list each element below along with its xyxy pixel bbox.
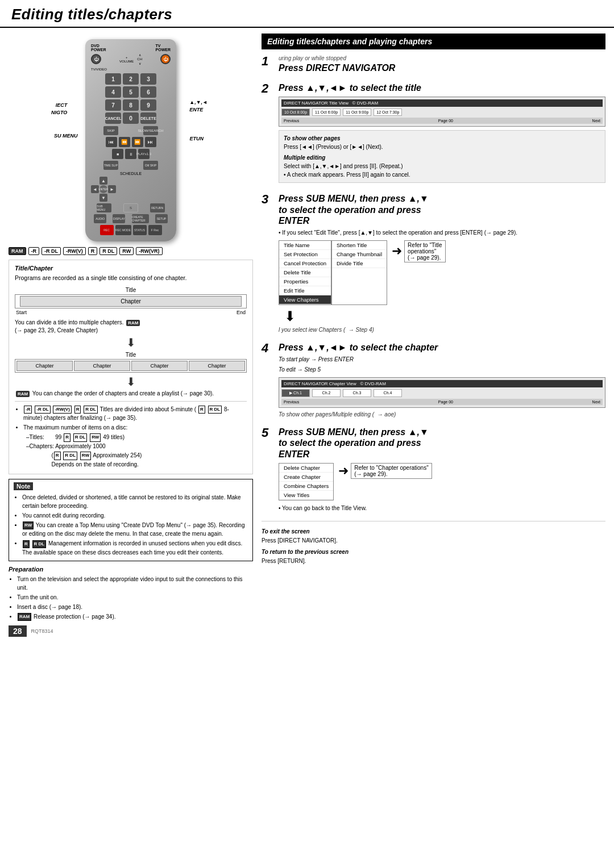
vol-ch-controls: + VOLUME ∧ CH ∨: [119, 53, 142, 65]
num-8-button[interactable]: 8: [123, 99, 139, 111]
bottom-func-row: AUDIO DISPLAY CREATE CHAPTER SETUP: [91, 214, 171, 223]
step-3-menus: Title Name Set Protection Cancel Protect…: [279, 240, 387, 305]
recmode-button[interactable]: REC MODE: [115, 225, 131, 235]
num-1-button[interactable]: 1: [105, 73, 121, 85]
vol-minus-label: VOLUME: [119, 60, 134, 63]
enter-button[interactable]: ENTER: [99, 185, 107, 193]
menu-delete-title[interactable]: Delete Title: [279, 268, 331, 277]
end-label: End: [237, 310, 246, 315]
delete-button[interactable]: DELETE: [140, 112, 156, 124]
menu-cancel-protection[interactable]: Cancel Protection: [279, 259, 331, 268]
menu-set-protection[interactable]: Set Protection: [279, 250, 331, 259]
multiple-editing-note: • A check mark appears. Press [II] again…: [284, 170, 600, 179]
refer-arrow-5: ➜: [338, 464, 349, 478]
remote-power-row: ⏻ + VOLUME ∧ CH ∨ ⏻: [91, 53, 171, 65]
display-button[interactable]: DISPLAY: [113, 214, 125, 223]
step-1: 1 uring play or while stopped Press DIRE…: [262, 55, 605, 76]
note-header: Note: [14, 482, 33, 490]
menu-title-name[interactable]: Title Name: [279, 241, 331, 250]
num-6-button[interactable]: 6: [140, 86, 156, 98]
skip-button[interactable]: SKIP: [103, 126, 118, 135]
fast-forward-button[interactable]: ⏩: [132, 137, 143, 147]
title-bar-multiple: Chapter Chapter Chapter Chapter: [15, 359, 247, 373]
prev-button[interactable]: ⏮: [106, 137, 117, 147]
refer-text-3: Refer to "Titleoperations"(→ page 29).: [404, 240, 445, 262]
rewind-button[interactable]: ⏪: [119, 137, 130, 147]
up-button[interactable]: ▲: [99, 177, 107, 185]
menu-properties[interactable]: Properties: [279, 277, 331, 286]
chapter-bar-single: Chapter: [20, 296, 242, 307]
main-layout: IECT NIGTO SU MENU ▲,▼,◄ENTE ETUN DVDPOW…: [0, 28, 614, 642]
note-box: Note Once deleted, divided or shortened,…: [9, 479, 253, 561]
menu-edit-title[interactable]: Edit Title: [279, 286, 331, 295]
note-item-4: R R DL Management information is recorde…: [22, 539, 248, 556]
dvd-power-button[interactable]: ⏻: [91, 54, 101, 64]
format-badges-row: RAM -R -R DL -RW(V) R R DL RW -RW(VR): [9, 247, 253, 255]
step-5-number: 5: [262, 427, 274, 439]
step-2-content: Press ▲,▼,◄► to select the title DIRECT …: [279, 82, 605, 186]
prep-item-2: Turn the unit on.: [17, 593, 253, 602]
ram-badge-divide: RAM: [126, 320, 140, 326]
right-button[interactable]: ►: [108, 185, 116, 193]
ch-plus-label: ∧: [139, 53, 141, 57]
rec-button[interactable]: REC: [100, 225, 114, 235]
num-9-button[interactable]: 9: [140, 99, 156, 111]
menu-divide-title[interactable]: Divide Title: [332, 259, 387, 268]
menu-create-chapter[interactable]: Create Chapter: [279, 473, 333, 482]
frec-button[interactable]: F Rec: [148, 225, 162, 235]
preparation-title: Preparation: [9, 566, 253, 573]
num-5-button[interactable]: 5: [123, 86, 139, 98]
tv-power-button[interactable]: ⏻: [160, 54, 171, 64]
disc-counts: –Titles: 99 R R DL RW 49 titles) –Chapte…: [15, 433, 247, 469]
badge-r-inline: -R: [24, 406, 32, 414]
num-7-button[interactable]: 7: [105, 99, 121, 111]
badge-r-ch: R: [54, 452, 61, 460]
return-button[interactable]: RETURN: [150, 203, 165, 212]
timeslip-button[interactable]: TIME SLIP: [103, 161, 118, 170]
menu-delete-chapter[interactable]: Delete Chapter: [279, 464, 333, 473]
refer-text-5: Refer to "Chapter operations"(→ page 29)…: [351, 463, 432, 479]
num-0-button[interactable]: 0: [123, 112, 139, 124]
prep-item-1: Turn on the television and select the ap…: [17, 575, 253, 592]
nav4-next: Next: [592, 400, 600, 404]
menu-view-chapters[interactable]: View Chapters: [279, 295, 331, 304]
down-button[interactable]: ▼: [99, 194, 107, 202]
badge-ram: RAM: [9, 247, 26, 255]
badge-rdl: -R DL: [42, 247, 61, 255]
menu-change-thumbnail[interactable]: Change Thumbnail: [332, 250, 387, 259]
s-button[interactable]: S: [123, 203, 138, 212]
cmskip-button[interactable]: CM SKIP: [143, 161, 158, 170]
badge-rw-count: RW: [90, 433, 101, 442]
num-3-button[interactable]: 3: [140, 73, 156, 85]
pause-button[interactable]: ⏸: [125, 149, 136, 159]
badge-rwvr: -RW(VR): [136, 247, 162, 255]
slow-search-button[interactable]: SLOW/SEARCH: [143, 126, 158, 135]
chapter-screen-item-4: Ch.4: [374, 389, 402, 397]
submenu-button[interactable]: SUB MENU: [97, 203, 111, 212]
ch-control: ∧ CH ∨: [137, 53, 142, 65]
menu-view-titles[interactable]: View Titles: [279, 491, 333, 500]
menu-shorten-title[interactable]: Shorten Title: [332, 241, 387, 250]
status-button[interactable]: STATUS: [133, 225, 147, 235]
menu-combine-chapters[interactable]: Combine Chapters: [279, 482, 333, 491]
setup-button[interactable]: SETUP: [155, 214, 168, 223]
step-3-view-chapters-note: l you select iew Chapters ( → Step 4): [279, 327, 605, 333]
step-4-edit-note: To edit → Step 5: [279, 365, 605, 374]
step-2-info: To show other pages Press [◄◄] (Previous…: [279, 130, 605, 183]
step-4-start-note: To start play → Press ENTER: [279, 355, 605, 364]
ch-label: CH: [137, 57, 142, 61]
page-header: Editing titles/chapters: [0, 0, 614, 28]
create-chapter-button[interactable]: CREATE CHAPTER: [132, 214, 149, 223]
screen-item-3: 11 Oct 9:00p: [343, 108, 371, 116]
num-4-button[interactable]: 4: [105, 86, 121, 98]
audio-button[interactable]: AUDIO: [94, 214, 106, 223]
badge-ram-prep: RAM: [18, 613, 31, 621]
remote-arrows-label: ▲,▼,◄ENTE: [189, 99, 208, 113]
left-button[interactable]: ◄: [91, 185, 99, 193]
play-button[interactable]: PLAYx1.3: [138, 149, 150, 159]
num-2-button[interactable]: 2: [123, 73, 139, 85]
next-button[interactable]: ⏭: [145, 137, 156, 147]
cancel-button[interactable]: CANCEL: [105, 112, 121, 124]
stop-button[interactable]: ■: [112, 149, 123, 159]
badge-rw: RW: [119, 247, 134, 255]
